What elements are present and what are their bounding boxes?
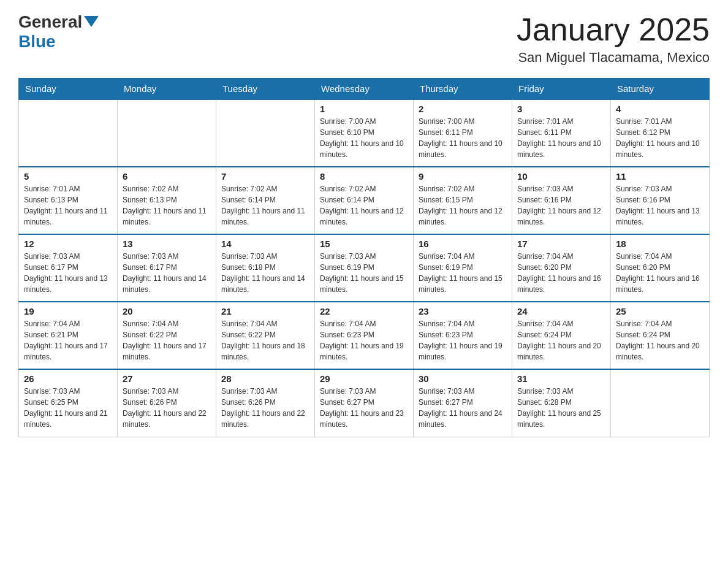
calendar-cell: 25Sunrise: 7:04 AMSunset: 6:24 PMDayligh… (611, 302, 710, 369)
calendar-cell: 14Sunrise: 7:03 AMSunset: 6:18 PMDayligh… (216, 234, 315, 302)
location-title: San Miguel Tlacamama, Mexico (517, 50, 710, 66)
calendar-header-monday: Monday (118, 79, 216, 100)
day-number: 15 (320, 239, 408, 249)
day-info: Sunrise: 7:04 AMSunset: 6:22 PMDaylight:… (123, 318, 211, 362)
calendar-cell: 13Sunrise: 7:03 AMSunset: 6:17 PMDayligh… (118, 234, 216, 302)
week-row-2: 5Sunrise: 7:01 AMSunset: 6:13 PMDaylight… (19, 167, 710, 234)
calendar-cell: 28Sunrise: 7:03 AMSunset: 6:26 PMDayligh… (216, 369, 315, 437)
calendar-cell: 27Sunrise: 7:03 AMSunset: 6:26 PMDayligh… (118, 369, 216, 437)
day-number: 17 (517, 239, 605, 249)
day-number: 4 (616, 104, 704, 114)
calendar-cell: 31Sunrise: 7:03 AMSunset: 6:28 PMDayligh… (512, 369, 611, 437)
day-info: Sunrise: 7:00 AMSunset: 6:11 PMDaylight:… (419, 116, 507, 160)
day-info: Sunrise: 7:01 AMSunset: 6:13 PMDaylight:… (24, 183, 112, 228)
calendar-cell: 16Sunrise: 7:04 AMSunset: 6:19 PMDayligh… (414, 234, 512, 302)
week-row-3: 12Sunrise: 7:03 AMSunset: 6:17 PMDayligh… (19, 234, 710, 302)
day-info: Sunrise: 7:04 AMSunset: 6:23 PMDaylight:… (320, 318, 408, 362)
calendar-cell: 15Sunrise: 7:03 AMSunset: 6:19 PMDayligh… (315, 234, 414, 302)
calendar-cell: 12Sunrise: 7:03 AMSunset: 6:17 PMDayligh… (19, 234, 118, 302)
day-info: Sunrise: 7:02 AMSunset: 6:14 PMDaylight:… (221, 183, 309, 228)
logo-blue-part (82, 16, 99, 28)
day-number: 6 (123, 171, 211, 182)
calendar-cell: 5Sunrise: 7:01 AMSunset: 6:13 PMDaylight… (19, 167, 118, 234)
calendar-cell: 22Sunrise: 7:04 AMSunset: 6:23 PMDayligh… (315, 302, 414, 369)
calendar-cell: 23Sunrise: 7:04 AMSunset: 6:23 PMDayligh… (414, 302, 512, 369)
day-info: Sunrise: 7:03 AMSunset: 6:28 PMDaylight:… (517, 386, 605, 430)
day-info: Sunrise: 7:02 AMSunset: 6:14 PMDaylight:… (320, 183, 408, 228)
calendar-cell: 17Sunrise: 7:04 AMSunset: 6:20 PMDayligh… (512, 234, 611, 302)
day-info: Sunrise: 7:04 AMSunset: 6:23 PMDaylight:… (419, 318, 507, 362)
week-row-4: 19Sunrise: 7:04 AMSunset: 6:21 PMDayligh… (19, 302, 710, 369)
day-number: 13 (123, 239, 211, 249)
day-number: 21 (221, 306, 309, 316)
day-info: Sunrise: 7:03 AMSunset: 6:17 PMDaylight:… (123, 251, 211, 295)
day-number: 12 (24, 239, 112, 249)
day-number: 8 (320, 171, 408, 182)
month-title: January 2025 (517, 12, 710, 47)
day-info: Sunrise: 7:04 AMSunset: 6:21 PMDaylight:… (24, 318, 112, 362)
calendar-table: SundayMondayTuesdayWednesdayThursdayFrid… (18, 78, 710, 437)
title-area: January 2025 San Miguel Tlacamama, Mexic… (517, 12, 710, 66)
logo-general-text: General (18, 12, 82, 32)
day-info: Sunrise: 7:03 AMSunset: 6:27 PMDaylight:… (419, 386, 507, 430)
day-info: Sunrise: 7:03 AMSunset: 6:26 PMDaylight:… (123, 386, 211, 430)
day-number: 3 (517, 104, 605, 114)
day-number: 30 (419, 373, 507, 384)
calendar-cell: 4Sunrise: 7:01 AMSunset: 6:12 PMDaylight… (611, 99, 710, 167)
day-number: 31 (517, 373, 605, 384)
day-number: 29 (320, 373, 408, 384)
day-info: Sunrise: 7:00 AMSunset: 6:10 PMDaylight:… (320, 116, 408, 160)
day-number: 25 (616, 306, 704, 316)
day-info: Sunrise: 7:01 AMSunset: 6:11 PMDaylight:… (517, 116, 605, 160)
calendar-cell: 11Sunrise: 7:03 AMSunset: 6:16 PMDayligh… (611, 167, 710, 234)
day-number: 22 (320, 306, 408, 316)
day-number: 10 (517, 171, 605, 182)
day-number: 14 (221, 239, 309, 249)
day-number: 18 (616, 239, 704, 249)
week-row-5: 26Sunrise: 7:03 AMSunset: 6:25 PMDayligh… (19, 369, 710, 437)
calendar-cell: 3Sunrise: 7:01 AMSunset: 6:11 PMDaylight… (512, 99, 611, 167)
day-number: 26 (24, 373, 112, 384)
calendar-cell: 30Sunrise: 7:03 AMSunset: 6:27 PMDayligh… (414, 369, 512, 437)
calendar-cell: 7Sunrise: 7:02 AMSunset: 6:14 PMDaylight… (216, 167, 315, 234)
day-number: 23 (419, 306, 507, 316)
day-info: Sunrise: 7:02 AMSunset: 6:15 PMDaylight:… (419, 183, 507, 228)
day-info: Sunrise: 7:03 AMSunset: 6:16 PMDaylight:… (616, 183, 704, 228)
day-number: 2 (419, 104, 507, 114)
day-number: 16 (419, 239, 507, 249)
calendar-cell: 6Sunrise: 7:02 AMSunset: 6:13 PMDaylight… (118, 167, 216, 234)
day-number: 24 (517, 306, 605, 316)
calendar-header-wednesday: Wednesday (315, 79, 414, 100)
day-info: Sunrise: 7:03 AMSunset: 6:18 PMDaylight:… (221, 251, 309, 295)
day-info: Sunrise: 7:03 AMSunset: 6:16 PMDaylight:… (517, 183, 605, 228)
calendar-cell (19, 99, 118, 167)
logo: General Blue (18, 12, 99, 52)
day-number: 7 (221, 171, 309, 182)
day-number: 5 (24, 171, 112, 182)
calendar-cell: 9Sunrise: 7:02 AMSunset: 6:15 PMDaylight… (414, 167, 512, 234)
calendar-cell (216, 99, 315, 167)
day-info: Sunrise: 7:03 AMSunset: 6:25 PMDaylight:… (24, 386, 112, 430)
day-info: Sunrise: 7:04 AMSunset: 6:24 PMDaylight:… (616, 318, 704, 362)
calendar-cell: 20Sunrise: 7:04 AMSunset: 6:22 PMDayligh… (118, 302, 216, 369)
day-info: Sunrise: 7:04 AMSunset: 6:19 PMDaylight:… (419, 251, 507, 295)
logo-triangle-icon (84, 16, 99, 27)
day-info: Sunrise: 7:04 AMSunset: 6:24 PMDaylight:… (517, 318, 605, 362)
calendar-cell (611, 369, 710, 437)
day-info: Sunrise: 7:04 AMSunset: 6:20 PMDaylight:… (616, 251, 704, 295)
day-info: Sunrise: 7:04 AMSunset: 6:20 PMDaylight:… (517, 251, 605, 295)
day-info: Sunrise: 7:03 AMSunset: 6:19 PMDaylight:… (320, 251, 408, 295)
calendar-header-sunday: Sunday (19, 79, 118, 100)
day-number: 11 (616, 171, 704, 182)
day-info: Sunrise: 7:03 AMSunset: 6:27 PMDaylight:… (320, 386, 408, 430)
calendar-header-thursday: Thursday (414, 79, 512, 100)
day-number: 20 (123, 306, 211, 316)
calendar-cell: 26Sunrise: 7:03 AMSunset: 6:25 PMDayligh… (19, 369, 118, 437)
day-info: Sunrise: 7:02 AMSunset: 6:13 PMDaylight:… (123, 183, 211, 228)
day-info: Sunrise: 7:03 AMSunset: 6:26 PMDaylight:… (221, 386, 309, 430)
day-number: 27 (123, 373, 211, 384)
header: General Blue January 2025 San Miguel Tla… (18, 12, 710, 66)
calendar-cell: 21Sunrise: 7:04 AMSunset: 6:22 PMDayligh… (216, 302, 315, 369)
week-row-1: 1Sunrise: 7:00 AMSunset: 6:10 PMDaylight… (19, 99, 710, 167)
calendar-cell: 18Sunrise: 7:04 AMSunset: 6:20 PMDayligh… (611, 234, 710, 302)
